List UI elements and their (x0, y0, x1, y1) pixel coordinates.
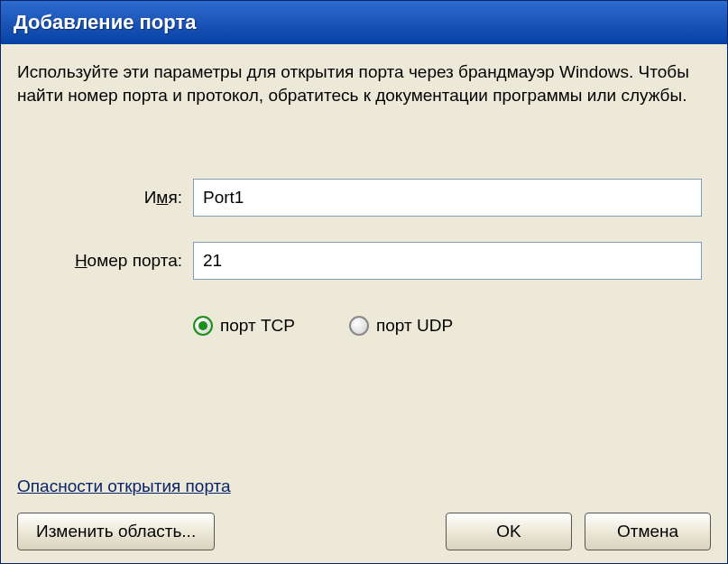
ok-button[interactable]: OK (446, 513, 572, 550)
description-text: Используйте эти параметры для открытия п… (17, 60, 711, 106)
radio-udp-label: порт UDP (376, 316, 453, 336)
port-input[interactable] (193, 242, 702, 280)
name-label: Имя: (17, 188, 193, 208)
port-row: Номер порта: (17, 242, 711, 280)
name-input[interactable] (193, 179, 702, 217)
add-port-dialog: Добавление порта Используйте эти парамет… (0, 0, 728, 564)
button-row: Изменить область... OK Отмена (17, 513, 711, 550)
dangers-link[interactable]: Опасности открытия порта (17, 476, 711, 496)
window-title: Добавление порта (14, 11, 196, 34)
change-scope-button[interactable]: Изменить область... (17, 513, 215, 550)
cancel-button[interactable]: Отмена (585, 513, 711, 550)
radio-tcp[interactable]: порт TCP (193, 316, 295, 336)
radio-tcp-label: порт TCP (220, 316, 295, 336)
radio-tcp-circle (193, 316, 213, 336)
dialog-content: Используйте эти параметры для открытия п… (1, 44, 727, 563)
radio-udp[interactable]: порт UDP (349, 316, 453, 336)
radio-udp-circle (349, 316, 369, 336)
titlebar: Добавление порта (1, 1, 727, 44)
port-label: Номер порта: (17, 251, 193, 271)
name-row: Имя: (17, 179, 711, 217)
radio-tcp-dot (198, 321, 207, 330)
protocol-radios: порт TCP порт UDP (17, 316, 711, 336)
